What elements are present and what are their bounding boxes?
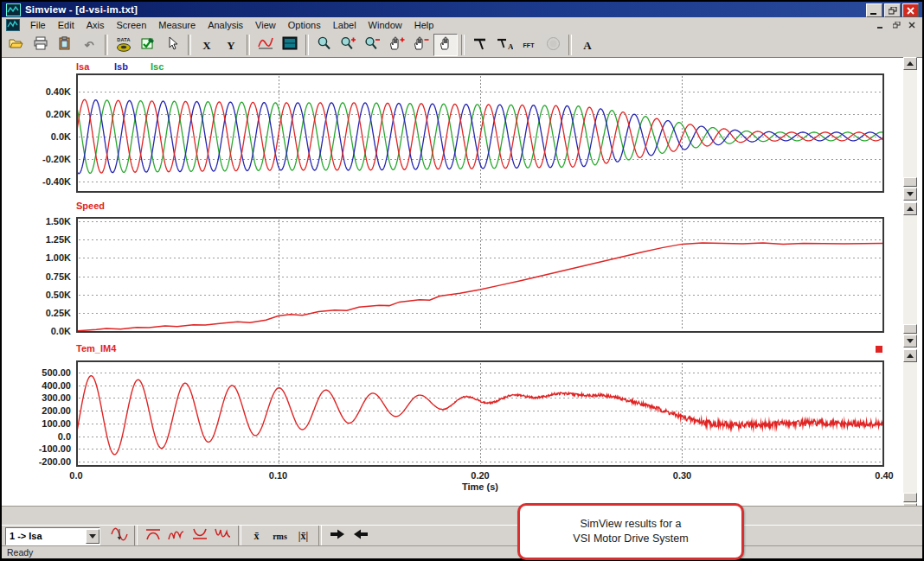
fft-button[interactable]: FFT — [517, 34, 541, 56]
measure-label-button[interactable]: A — [492, 34, 517, 56]
menu-window[interactable]: Window — [363, 18, 408, 32]
open-button[interactable] — [4, 34, 29, 56]
close-button[interactable] — [902, 3, 919, 17]
prev-page-button[interactable] — [349, 526, 372, 546]
menu-analysis[interactable]: Analysis — [202, 18, 249, 32]
hand-plus-icon — [388, 36, 406, 54]
menu-edit[interactable]: Edit — [52, 18, 80, 32]
hand-remove-button[interactable] — [409, 34, 433, 56]
dropdown-button[interactable] — [86, 529, 99, 544]
x-axis-button[interactable]: X — [195, 34, 219, 56]
child-restore-button[interactable] — [889, 19, 903, 30]
toolbar-separator — [134, 526, 138, 546]
open-icon — [8, 36, 25, 54]
measure-button[interactable] — [468, 34, 492, 56]
mean-icon: x̄ — [254, 530, 260, 543]
clipboard-icon — [57, 36, 73, 54]
menu-measure[interactable]: Measure — [152, 18, 202, 32]
toolbar-separator — [568, 35, 572, 55]
local-max-icon — [167, 527, 186, 545]
currents-plot[interactable] — [76, 73, 884, 193]
menu-axis[interactable]: Axis — [80, 18, 111, 32]
currents-scrollbar[interactable] — [903, 57, 917, 201]
text-icon: A — [583, 40, 591, 51]
undo-icon: ↶ — [85, 40, 94, 51]
cursor-icon — [165, 36, 179, 54]
fft-icon: FFT — [523, 42, 535, 48]
scroll-up-button[interactable] — [903, 202, 917, 215]
menu-screen[interactable]: Screen — [110, 18, 152, 32]
scroll-up-button[interactable] — [903, 57, 917, 70]
zoom-in-button[interactable] — [337, 34, 361, 56]
local-max-button[interactable] — [164, 526, 188, 546]
annotation-box[interactable]: SimView results for a VSI Motor Drive Sy… — [517, 503, 744, 560]
menu-options[interactable]: Options — [282, 18, 327, 32]
waveform-icon — [257, 36, 274, 54]
document-icon — [6, 19, 20, 31]
arrow-left-icon — [352, 528, 369, 544]
child-close-button[interactable] — [905, 19, 919, 30]
global-min-icon — [190, 527, 209, 545]
scroll-thumb[interactable] — [903, 493, 917, 502]
window-title: Simview - [d-vsi-im.txt] — [25, 4, 138, 15]
zoom-out-button[interactable] — [361, 34, 385, 56]
screen-split-button[interactable] — [278, 34, 302, 56]
channel-select-value: 1 -> Isa — [6, 531, 86, 541]
screen-icon — [282, 36, 298, 54]
simview-window: Simview - [d-vsi-im.txt] File Edit Axis … — [0, 0, 924, 561]
zoom-button[interactable] — [312, 34, 337, 56]
minimize-button[interactable] — [866, 3, 882, 17]
next-page-button[interactable] — [325, 526, 349, 546]
child-minimize-button[interactable] — [874, 19, 888, 30]
speed-scrollbar[interactable] — [903, 202, 917, 347]
main-toolbar: ↶ DATA X Y A FFT A — [2, 33, 922, 58]
printer-icon — [32, 36, 49, 54]
global-min-button[interactable] — [188, 526, 211, 546]
pan-button[interactable] — [433, 34, 458, 56]
y-axis-button[interactable]: Y — [219, 34, 243, 56]
y-axis-icon: Y — [227, 40, 234, 51]
scroll-down-button[interactable] — [903, 188, 917, 201]
svg-text:A: A — [508, 42, 513, 51]
mean-button[interactable]: x̄ — [245, 526, 268, 546]
torque-plot[interactable] — [76, 360, 884, 467]
print-button[interactable] — [29, 34, 53, 56]
x-axis-icon: X — [202, 40, 210, 51]
undo-button[interactable]: ↶ — [77, 34, 101, 56]
wait-button[interactable] — [541, 34, 565, 56]
annotation-line1: SimView results for a — [580, 517, 681, 532]
hand-add-button[interactable] — [385, 34, 409, 56]
magnifier-minus-icon — [364, 36, 382, 54]
measure-icon — [472, 36, 488, 54]
toolbar-separator — [238, 526, 241, 546]
add-curve-button[interactable] — [253, 34, 278, 56]
toolbar-separator — [461, 35, 465, 55]
abs-mean-icon: |x̄| — [298, 530, 308, 543]
speed-plot[interactable] — [76, 217, 884, 333]
scroll-down-button[interactable] — [903, 335, 917, 347]
edit-curve-button[interactable] — [136, 34, 160, 56]
paste-button[interactable] — [53, 34, 77, 56]
app-icon — [6, 3, 21, 16]
channel-select[interactable]: 1 -> Isa — [5, 527, 100, 545]
scroll-thumb[interactable] — [903, 324, 917, 334]
curve-measure-button[interactable] — [107, 526, 131, 546]
local-min-button[interactable] — [211, 526, 234, 546]
show-data-button[interactable]: DATA — [112, 34, 136, 56]
title-bar: Simview - [d-vsi-im.txt] — [2, 2, 922, 17]
menu-help[interactable]: Help — [408, 18, 440, 32]
global-max-button[interactable] — [141, 526, 164, 546]
menu-label[interactable]: Label — [327, 18, 363, 32]
scroll-thumb[interactable] — [903, 177, 917, 187]
status-text: Ready — [7, 547, 33, 558]
text-button[interactable]: A — [575, 34, 600, 56]
rms-button[interactable]: rms — [268, 526, 292, 546]
pointer-button[interactable] — [160, 34, 184, 56]
menu-file[interactable]: File — [24, 18, 52, 32]
restore-button[interactable] — [884, 3, 901, 17]
toolbar-separator — [318, 526, 322, 546]
scroll-up-button[interactable] — [903, 349, 917, 362]
abs-mean-button[interactable]: |x̄| — [292, 526, 315, 546]
torque-scrollbar[interactable] — [903, 349, 917, 516]
menu-view[interactable]: View — [249, 18, 282, 32]
